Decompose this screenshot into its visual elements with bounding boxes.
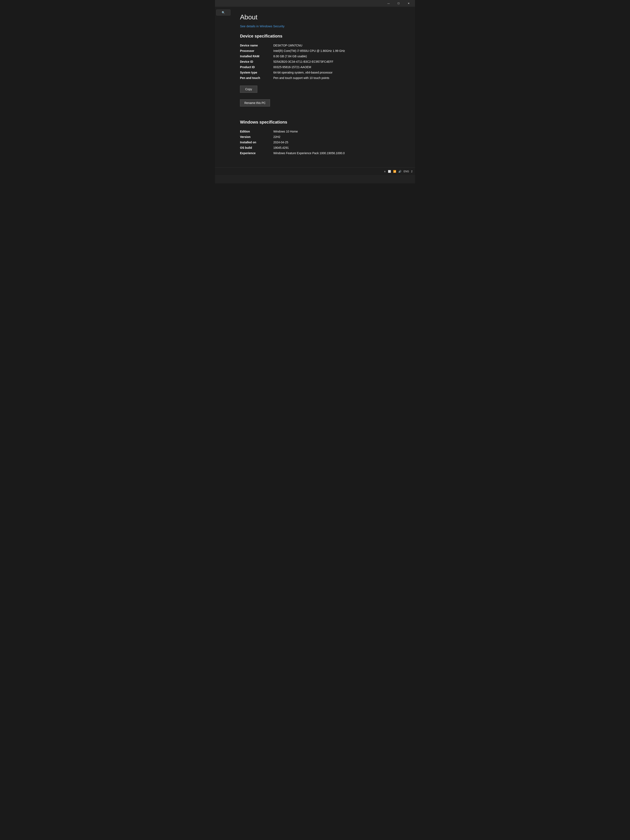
spec-label: Product ID	[240, 65, 273, 69]
device-specs-table: Device name DESKTOP-1MN7CNU Processor In…	[240, 43, 407, 81]
table-row: System type 64-bit operating system, x64…	[240, 70, 407, 75]
table-row: Device name DESKTOP-1MN7CNU	[240, 43, 407, 48]
windows-specs-table: Edition Windows 10 Home Version 22H2 Ins…	[240, 129, 407, 156]
wifi-icon: 📶	[393, 170, 396, 173]
spec-value: 8.00 GB (7.84 GB usable)	[273, 55, 307, 58]
spec-value: Intel(R) Core(TM) i7-8550U CPU @ 1.80GHz…	[273, 49, 345, 52]
spec-value: 22H2	[273, 135, 280, 139]
window-content: 🔍 About See details in Windows Security …	[215, 7, 415, 167]
spec-label: Experience	[240, 152, 273, 155]
table-row: Device ID 5D542B20-3C34-4711-B3C2-EC9573…	[240, 59, 407, 65]
table-row: Installed on 2024-04-25	[240, 140, 407, 145]
search-box[interactable]: 🔍	[216, 9, 231, 16]
rename-pc-button[interactable]: Rename this PC	[240, 99, 270, 106]
maximize-button[interactable]: ☐	[394, 0, 403, 7]
table-row: Edition Windows 10 Home	[240, 129, 407, 134]
language-indicator: ENG	[404, 170, 409, 173]
laptop-frame: — ☐ ✕ 🔍 About See details in Windows Sec…	[215, 0, 415, 183]
table-row: Installed RAM 8.00 GB (7.84 GB usable)	[240, 54, 407, 59]
spec-value: 5D542B20-3C34-4711-B3C2-EC9573FC4EFF	[273, 60, 333, 63]
table-row: OS build 19045.4291	[240, 145, 407, 150]
spec-label: OS build	[240, 146, 273, 149]
main-content: About See details in Windows Security De…	[232, 7, 415, 167]
spec-label: Device ID	[240, 60, 273, 63]
table-row: Experience Windows Feature Experience Pa…	[240, 150, 407, 156]
taskbar-time: 2	[411, 170, 412, 173]
bottom-bezel	[215, 175, 415, 183]
spec-label: Installed RAM	[240, 55, 273, 58]
spec-label: Edition	[240, 130, 273, 133]
spec-value: Pen and touch support with 10 touch poin…	[273, 76, 329, 80]
volume-icon: 🔊	[398, 170, 401, 173]
chevron-up-icon: ∧	[384, 170, 386, 173]
spec-label: System type	[240, 71, 273, 74]
device-specs-title: Device specifications	[240, 34, 407, 38]
windows-specs-title: Windows specifications	[240, 120, 407, 125]
table-row: Pen and touch Pen and touch support with…	[240, 75, 407, 81]
titlebar: — ☐ ✕	[215, 0, 415, 7]
spec-label: Version	[240, 135, 273, 139]
spec-label: Installed on	[240, 141, 273, 144]
spec-label: Device name	[240, 44, 273, 47]
display-icon: ⬜	[388, 170, 391, 173]
windows-security-link[interactable]: See details in Windows Security	[240, 24, 284, 28]
spec-value: Windows Feature Experience Pack 1000.190…	[273, 152, 344, 155]
taskbar: ∧ ⬜ 📶 🔊 ENG 2	[215, 167, 415, 175]
minimize-button[interactable]: —	[384, 0, 393, 7]
spec-value: 00325-95816-15721-AAOEM	[273, 65, 311, 69]
spec-value: Windows 10 Home	[273, 130, 298, 133]
spec-value: DESKTOP-1MN7CNU	[273, 44, 302, 47]
close-button[interactable]: ✕	[404, 0, 413, 7]
spec-label: Pen and touch	[240, 76, 273, 80]
search-icon: 🔍	[222, 11, 225, 14]
copy-button[interactable]: Copy	[240, 85, 257, 93]
spec-value: 19045.4291	[273, 146, 289, 149]
sidebar: 🔍	[215, 7, 232, 167]
spec-value: 2024-04-25	[273, 141, 288, 144]
page-title: About	[240, 13, 407, 21]
table-row: Product ID 00325-95816-15721-AAOEM	[240, 65, 407, 70]
spec-value: 64-bit operating system, x64-based proce…	[273, 71, 333, 74]
spec-label: Processor	[240, 49, 273, 52]
screen-area: — ☐ ✕ 🔍 About See details in Windows Sec…	[215, 0, 415, 183]
table-row: Version 22H2	[240, 134, 407, 140]
table-row: Processor Intel(R) Core(TM) i7-8550U CPU…	[240, 48, 407, 54]
